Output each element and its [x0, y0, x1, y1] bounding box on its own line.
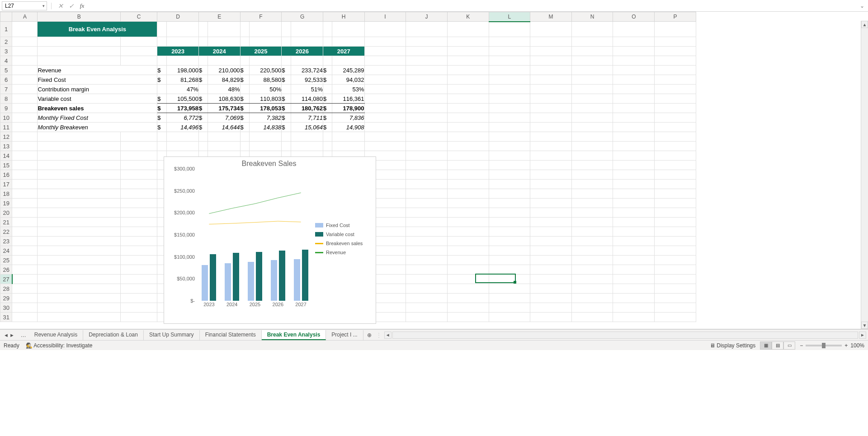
- row-header-17[interactable]: 17: [0, 180, 12, 189]
- row-8[interactable]: 8Variable cost$105,500$108,630$110,803$1…: [0, 94, 696, 104]
- row-header-27[interactable]: 27: [0, 275, 12, 284]
- col-header-i[interactable]: I: [364, 12, 406, 22]
- col-header-p[interactable]: P: [655, 12, 696, 22]
- row-2[interactable]: 2: [0, 37, 696, 47]
- col-header-e[interactable]: E: [198, 12, 240, 22]
- row-header-29[interactable]: 29: [0, 294, 12, 303]
- row-6[interactable]: 6Fixed Cost$81,268$84,829$88,580$92,533$…: [0, 75, 696, 85]
- row-header-1[interactable]: 1: [0, 22, 12, 37]
- row-header-14[interactable]: 14: [0, 151, 12, 161]
- row-header-21[interactable]: 21: [0, 218, 12, 227]
- name-box-dropdown-icon[interactable]: ▾: [42, 4, 45, 8]
- col-header-n[interactable]: N: [571, 12, 613, 22]
- col-header-d[interactable]: D: [157, 12, 199, 22]
- scroll-up-icon[interactable]: ▲: [861, 21, 868, 28]
- row-header-20[interactable]: 20: [0, 208, 12, 218]
- row-7[interactable]: 7Contribution margin47%48%50%51%53%: [0, 85, 696, 94]
- row-header-24[interactable]: 24: [0, 246, 12, 256]
- row-header-7[interactable]: 7: [0, 85, 12, 94]
- row-header-6[interactable]: 6: [0, 75, 12, 85]
- sheet-tab-3[interactable]: Financial Statements: [200, 330, 262, 340]
- zoom-out-button[interactable]: −: [800, 342, 803, 349]
- col-header-l[interactable]: L: [489, 12, 530, 22]
- sheet-tab-5[interactable]: Project I ...: [326, 330, 363, 340]
- sheet-tab-1[interactable]: Depreciation & Loan: [83, 330, 144, 340]
- tab-nav-prev-icon[interactable]: ◄: [4, 332, 9, 338]
- new-sheet-button[interactable]: ⊕: [363, 332, 375, 338]
- row-header-9[interactable]: 9: [0, 104, 12, 113]
- col-header-a[interactable]: A: [12, 12, 38, 22]
- tab-overflow[interactable]: …: [18, 332, 29, 338]
- row-header-10[interactable]: 10: [0, 113, 12, 123]
- cancel-icon[interactable]: ✕: [56, 2, 65, 9]
- col-header-k[interactable]: K: [447, 12, 489, 22]
- chart-breakeven-sales[interactable]: Breakeven Sales $-$50,000$100,000$150,00…: [164, 156, 376, 324]
- display-settings-button[interactable]: 🖥 Display Settings: [710, 342, 755, 349]
- row-4[interactable]: 4: [0, 56, 696, 66]
- row-header-25[interactable]: 25: [0, 256, 12, 265]
- row-1[interactable]: 1Break Even Analysis: [0, 22, 696, 37]
- row-header-12[interactable]: 12: [0, 132, 12, 142]
- sheet-tab-4[interactable]: Break Even Analysis: [262, 330, 326, 340]
- row-header-5[interactable]: 5: [0, 66, 12, 75]
- chart-legend: Fixed Cost Variable cost Breakeven sales…: [312, 169, 371, 309]
- bar-var-2023: [210, 254, 216, 301]
- worksheet-grid[interactable]: A B C D E F G H I J K L M N O P 1Break E…: [0, 12, 868, 329]
- scroll-right-icon[interactable]: ►: [859, 332, 866, 339]
- status-accessibility[interactable]: 🕵 Accessibility: Investigate: [26, 342, 93, 349]
- row-9[interactable]: 9Breakeven sales$173,958$175,734$178,053…: [0, 104, 696, 113]
- scroll-left-icon[interactable]: ◄: [384, 332, 392, 339]
- row-11[interactable]: 11Monthly Breakeven$14,496$14,644$14,838…: [0, 123, 696, 132]
- page-break-view-button[interactable]: ▭: [783, 341, 795, 350]
- col-header-m[interactable]: M: [530, 12, 572, 22]
- col-header-j[interactable]: J: [406, 12, 448, 22]
- row-13[interactable]: 13: [0, 142, 696, 151]
- status-bar: Ready 🕵 Accessibility: Investigate 🖥 Dis…: [0, 340, 868, 350]
- row-header-18[interactable]: 18: [0, 189, 12, 199]
- scroll-down-icon[interactable]: ▼: [861, 322, 868, 329]
- row-header-31[interactable]: 31: [0, 313, 12, 322]
- zoom-in-button[interactable]: +: [844, 342, 848, 349]
- sheet-tab-strip: ◄ ► … Revenue AnalysisDepreciation & Loa…: [0, 329, 868, 340]
- sheet-tab-0[interactable]: Revenue Analysis: [29, 330, 83, 340]
- row-header-2[interactable]: 2: [0, 37, 12, 47]
- col-header-g[interactable]: G: [282, 12, 323, 22]
- normal-view-button[interactable]: ▦: [760, 341, 772, 350]
- row-header-4[interactable]: 4: [0, 56, 12, 66]
- row-header-26[interactable]: 26: [0, 265, 12, 275]
- tab-nav-next-icon[interactable]: ►: [9, 332, 14, 338]
- zoom-slider[interactable]: [806, 345, 842, 346]
- row-header-23[interactable]: 23: [0, 237, 12, 246]
- row-3[interactable]: 320232024202520262027: [0, 47, 696, 56]
- row-header-8[interactable]: 8: [0, 94, 12, 104]
- col-header-o[interactable]: O: [613, 12, 655, 22]
- col-header-h[interactable]: H: [323, 12, 364, 22]
- col-header-f[interactable]: F: [240, 12, 282, 22]
- row-10[interactable]: 10Monthly Fixed Cost$6,772$7,069$7,382$7…: [0, 113, 696, 123]
- enter-icon[interactable]: ✓: [67, 2, 76, 9]
- col-header-c[interactable]: C: [120, 12, 157, 22]
- col-header-b[interactable]: B: [38, 12, 120, 22]
- horizontal-scrollbar[interactable]: ◄ ►: [382, 332, 868, 339]
- insert-function-icon[interactable]: fx: [78, 2, 87, 9]
- select-all-corner[interactable]: [0, 12, 12, 22]
- bar-fixed-2027: [294, 259, 300, 301]
- row-header-28[interactable]: 28: [0, 284, 12, 294]
- expand-formula-bar-icon[interactable]: ⌄: [858, 3, 866, 9]
- row-header-22[interactable]: 22: [0, 227, 12, 237]
- row-header-3[interactable]: 3: [0, 47, 12, 56]
- row-header-16[interactable]: 16: [0, 170, 12, 180]
- row-header-11[interactable]: 11: [0, 123, 12, 132]
- row-5[interactable]: 5Revenue$198,000$210,000$220,500$233,724…: [0, 66, 696, 75]
- formula-input[interactable]: [89, 1, 857, 10]
- row-header-13[interactable]: 13: [0, 142, 12, 151]
- sheet-tab-2[interactable]: Start Up Summary: [144, 330, 200, 340]
- name-box[interactable]: L27 ▾: [2, 1, 47, 10]
- row-12[interactable]: 12: [0, 132, 696, 142]
- row-header-30[interactable]: 30: [0, 303, 12, 313]
- row-header-19[interactable]: 19: [0, 199, 12, 208]
- vertical-scrollbar[interactable]: ▲ ▼: [861, 21, 868, 329]
- zoom-level[interactable]: 100%: [850, 342, 864, 349]
- page-layout-view-button[interactable]: ▤: [772, 341, 783, 350]
- row-header-15[interactable]: 15: [0, 161, 12, 170]
